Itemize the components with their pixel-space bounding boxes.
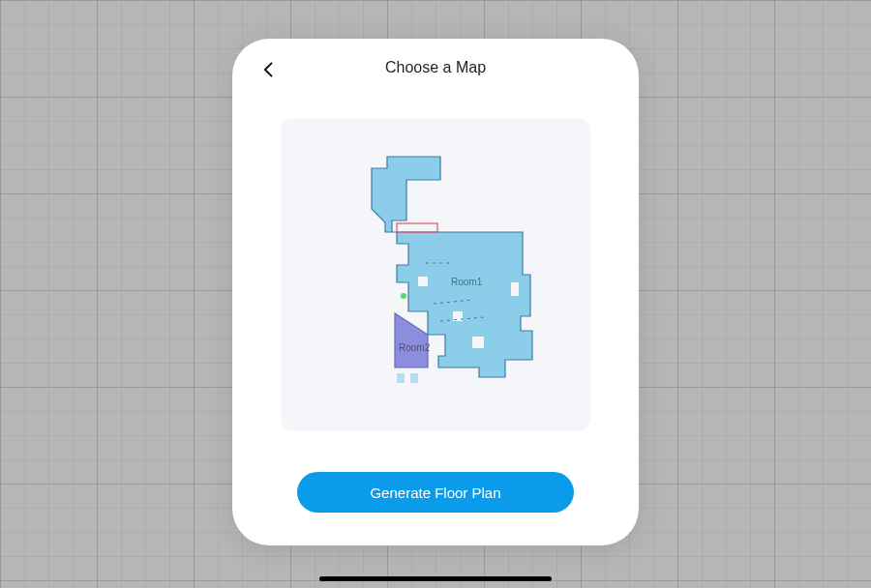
home-indicator-bar[interactable] (319, 576, 552, 581)
page-title: Choose a Map (385, 59, 486, 76)
svg-rect-2 (472, 337, 484, 348)
back-button[interactable] (259, 56, 286, 83)
modal-header: Choose a Map (232, 39, 639, 97)
svg-rect-5 (410, 373, 418, 383)
room2-shape (395, 313, 428, 368)
map-preview-panel[interactable]: Room1 Room2 (281, 118, 590, 431)
svg-rect-4 (397, 373, 405, 383)
robot-marker-icon (401, 293, 406, 299)
svg-rect-0 (418, 277, 428, 286)
svg-rect-3 (511, 282, 519, 296)
selection-highlight (397, 223, 437, 232)
floor-plan-svg (281, 118, 590, 431)
choose-map-modal: Choose a Map (232, 39, 639, 545)
chevron-left-icon (259, 60, 279, 79)
generate-floor-plan-button[interactable]: Generate Floor Plan (297, 472, 574, 513)
